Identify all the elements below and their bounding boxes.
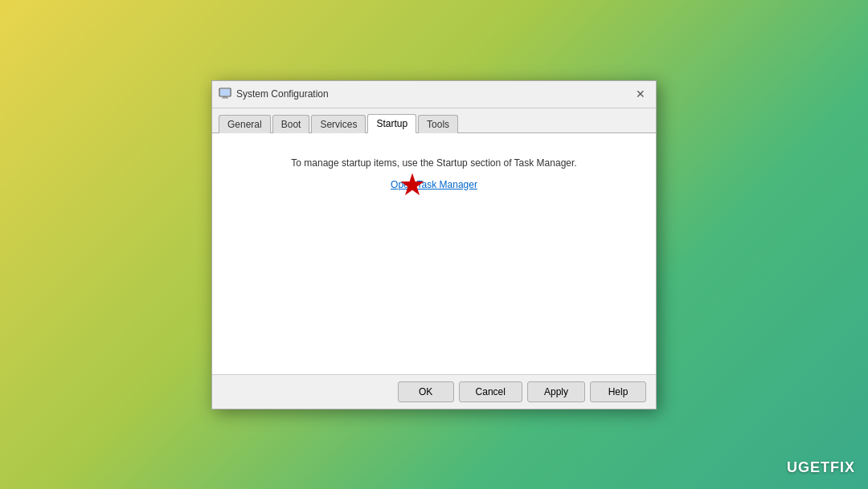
title-bar: System Configuration ✕ [212, 81, 656, 108]
app-icon [219, 88, 231, 100]
close-button[interactable]: ✕ [632, 85, 649, 103]
link-container: Open Task Manager ★ [391, 178, 477, 190]
title-bar-left: System Configuration [219, 88, 329, 100]
tab-bar: General Boot Services Startup Tools [212, 108, 656, 133]
window-title: System Configuration [236, 88, 329, 100]
help-button[interactable]: Help [590, 381, 646, 402]
info-text: To manage startup items, use the Startup… [291, 157, 576, 169]
tab-general[interactable]: General [219, 115, 271, 133]
svg-rect-3 [220, 89, 230, 96]
watermark: UGETFIX [787, 459, 855, 476]
apply-button[interactable]: Apply [527, 381, 585, 402]
tab-boot[interactable]: Boot [272, 115, 310, 133]
open-task-manager-link[interactable]: Open Task Manager [391, 179, 477, 190]
tab-startup[interactable]: Startup [367, 114, 416, 133]
content-area: To manage startup items, use the Startup… [212, 133, 656, 374]
button-bar: OK Cancel Apply Help [212, 374, 656, 409]
tab-services[interactable]: Services [311, 115, 366, 133]
system-configuration-dialog: System Configuration ✕ General Boot Serv… [211, 80, 657, 410]
ok-button[interactable]: OK [398, 381, 454, 402]
svg-rect-2 [222, 98, 228, 99]
cancel-button[interactable]: Cancel [459, 381, 522, 402]
tab-tools[interactable]: Tools [418, 115, 458, 133]
svg-rect-1 [223, 96, 227, 98]
